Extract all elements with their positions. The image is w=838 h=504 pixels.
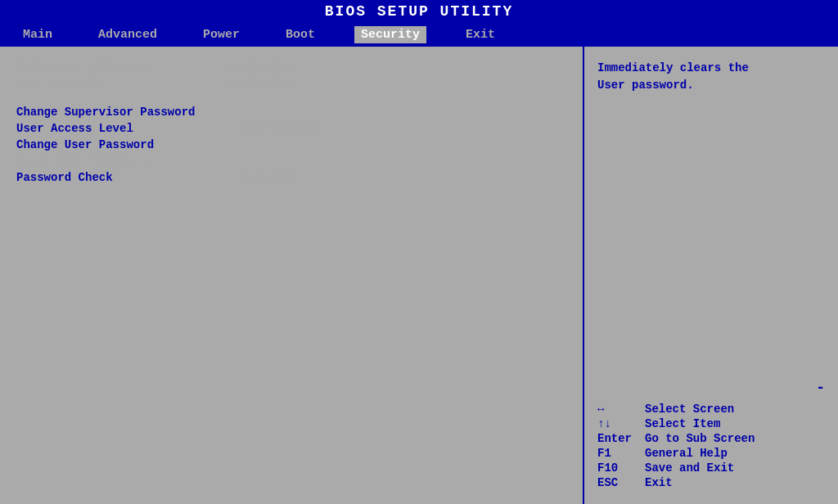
help-enter: Enter Go to Sub Screen [597, 432, 825, 445]
change-user-password-label: Change User Password [16, 138, 246, 151]
password-check-item[interactable]: Password Check [Setup] [16, 171, 566, 184]
user-access-level-label: User Access Level [16, 122, 246, 135]
nav-bar: Main Advanced Power Boot Security Exit [0, 23, 838, 47]
help-desc-select-screen: Select Screen [645, 403, 734, 416]
help-esc: ESC Exit [597, 476, 825, 489]
info-line2: User password. [597, 77, 825, 94]
help-f10: F10 Save and Exit [597, 461, 825, 475]
change-user-password-item[interactable]: Change User Password [16, 138, 566, 151]
password-check-label: Password Check [16, 171, 246, 184]
help-f1: F1 General Help [597, 447, 825, 460]
help-key-f10: F10 [597, 461, 638, 475]
right-panel: Immediately clears the User password. - … [584, 47, 838, 504]
nav-power[interactable]: Power [196, 26, 246, 43]
bios-container: BIOS SETUP UTILITY Main Advanced Power B… [0, 0, 838, 504]
user-password-label: User Password : [16, 76, 229, 89]
change-supervisor-password-label: Change Supervisor Password [16, 106, 246, 119]
nav-advanced[interactable]: Advanced [92, 26, 164, 43]
help-section: - ↔ Select Screen ↑↓ Select Item Enter G… [597, 380, 825, 491]
change-supervisor-password-item[interactable]: Change Supervisor Password [16, 106, 566, 119]
info-line1: Immediately clears the [597, 60, 825, 77]
help-desc-f1: General Help [645, 447, 728, 460]
help-select-screen: ↔ Select Screen [597, 403, 825, 416]
content-area: Supervisor Password : Installed User Pas… [0, 47, 838, 504]
help-desc-f10: Save and Exit [645, 461, 734, 475]
clear-user-password-item[interactable]: Clear User Password [16, 155, 566, 168]
user-access-level-item[interactable]: User Access Level [No Access] [16, 122, 566, 135]
help-key-arrows: ↔ [597, 403, 638, 416]
dash-indicator: - [597, 380, 825, 396]
nav-boot[interactable]: Boot [279, 26, 322, 43]
supervisor-password-label: Supervisor Password : [16, 60, 229, 73]
help-desc-select-item: Select Item [645, 417, 720, 430]
help-key-f1: F1 [597, 447, 638, 460]
supervisor-password-value: Installed [229, 60, 291, 73]
title-bar: BIOS SETUP UTILITY [0, 0, 838, 23]
nav-security[interactable]: Security [354, 26, 426, 43]
help-desc-enter: Go to Sub Screen [645, 432, 755, 445]
clear-user-password-label: Clear User Password [16, 155, 147, 168]
supervisor-password-row: Supervisor Password : Installed [16, 60, 566, 73]
left-panel: Supervisor Password : Installed User Pas… [0, 47, 584, 504]
help-select-item: ↑↓ Select Item [597, 417, 825, 430]
user-access-level-value: [No Access] [246, 122, 321, 135]
user-password-value: Installed [229, 76, 291, 89]
password-check-value: [Setup] [246, 171, 294, 184]
right-info: Immediately clears the User password. [597, 60, 825, 94]
nav-main[interactable]: Main [16, 26, 59, 43]
user-password-row: User Password : Installed [16, 76, 566, 89]
help-key-esc: ESC [597, 476, 638, 489]
nav-exit[interactable]: Exit [459, 26, 502, 43]
help-key-ud: ↑↓ [597, 417, 638, 430]
help-key-enter: Enter [597, 432, 638, 445]
bios-title: BIOS SETUP UTILITY [325, 3, 513, 20]
help-desc-esc: Exit [645, 476, 673, 489]
